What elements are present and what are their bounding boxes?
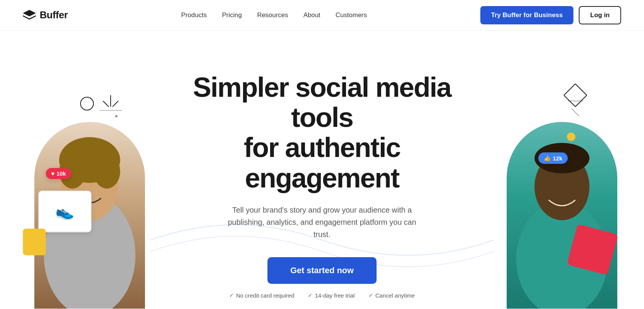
check-icon-3: ✓ xyxy=(369,292,373,298)
nav-item-pricing[interactable]: Pricing xyxy=(222,11,242,19)
svg-line-14 xyxy=(564,84,575,95)
nav-actions: Try Buffer for Business Log in xyxy=(480,6,621,24)
nav-links: Products Pricing Resources About Custome… xyxy=(181,11,367,19)
login-button[interactable]: Log in xyxy=(579,6,621,24)
perk-cancel-anytime: ✓ Cancel anytime xyxy=(369,292,415,299)
svg-line-2 xyxy=(113,101,118,107)
circle-deco-left xyxy=(80,97,94,110)
svg-point-4 xyxy=(115,115,118,117)
check-icon-2: ✓ xyxy=(308,292,312,298)
svg-point-9 xyxy=(93,154,120,189)
like-count-right: 12k xyxy=(553,155,562,162)
buffer-logo-icon xyxy=(23,10,36,21)
person-right-fill xyxy=(507,122,617,309)
like-badge-left: ♥ 10k xyxy=(46,168,71,179)
nav-item-resources[interactable]: Resources xyxy=(257,11,288,19)
sketch-lines-left xyxy=(95,95,126,126)
svg-line-1 xyxy=(103,101,109,107)
shoe-card-decoration: 👟 xyxy=(38,191,92,232)
yellow-dot-decoration xyxy=(567,133,575,141)
heart-icon: ♥ xyxy=(51,170,55,177)
logo-link[interactable]: Buffer xyxy=(23,9,68,21)
bg-curve-decoration xyxy=(150,202,494,278)
shoe-icon: 👟 xyxy=(55,203,74,221)
logo-text: Buffer xyxy=(40,9,68,21)
check-icon-1: ✓ xyxy=(229,292,234,298)
thumbs-up-icon: 👍 xyxy=(544,155,551,162)
person-right-decoration xyxy=(507,122,617,309)
nav-item-customers[interactable]: Customers xyxy=(336,11,367,19)
nav-item-products[interactable]: Products xyxy=(181,11,207,19)
sketch-lines-right xyxy=(556,80,594,118)
perk-no-credit-card: ✓ No credit card required xyxy=(229,292,295,299)
hero-title: Simpler social media tools for authentic… xyxy=(173,72,471,193)
like-count-left: 10k xyxy=(56,170,66,177)
nav-item-about[interactable]: About xyxy=(303,11,320,19)
hero-perks: ✓ No credit card required ✓ 14-day free … xyxy=(229,292,415,299)
try-buffer-button[interactable]: Try Buffer for Business xyxy=(480,6,573,24)
perk-free-trial: ✓ 14-day free trial xyxy=(308,292,354,299)
svg-line-13 xyxy=(575,84,587,95)
navigation: Buffer Products Pricing Resources About … xyxy=(0,0,644,30)
hero-section: ♥ 10k 👟 👍 12k xyxy=(0,30,644,309)
like-badge-right: 👍 12k xyxy=(538,152,568,164)
svg-line-18 xyxy=(572,109,579,116)
yellow-bag-decoration xyxy=(23,229,46,255)
